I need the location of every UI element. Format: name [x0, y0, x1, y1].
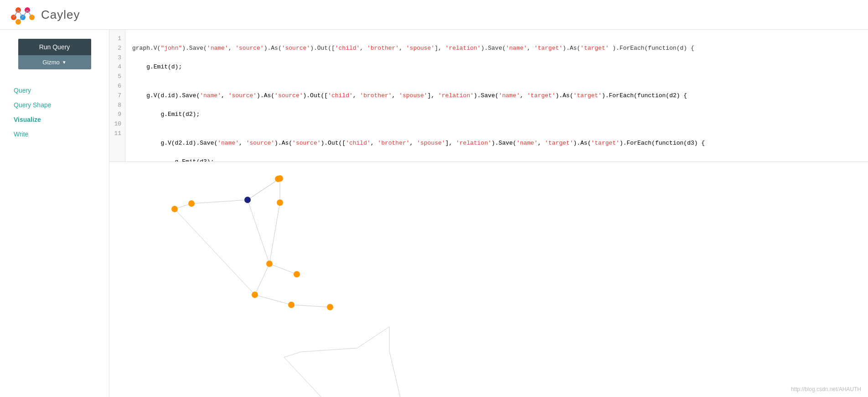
graph-visualization [109, 162, 868, 397]
logo-container: Cayley [9, 5, 80, 25]
svg-line-19 [255, 295, 291, 305]
content-area: 1 2 3 4 5 6 7 8 9 10 11 graph.V("john").… [109, 30, 868, 397]
svg-point-31 [294, 271, 300, 277]
main-layout: Run Query Gizmo ▼ Query Query Shape Visu… [0, 30, 868, 397]
code-content[interactable]: graph.V("john").Save('name', 'source').A… [125, 30, 868, 162]
svg-marker-11 [284, 327, 439, 397]
svg-point-32 [252, 292, 258, 298]
visualization-area: http://blog.csdn.net/AHAUTH [109, 162, 868, 397]
header: Cayley [0, 0, 868, 30]
sidebar-item-query[interactable]: Query [0, 83, 109, 98]
svg-line-23 [175, 209, 255, 295]
gizmo-button[interactable]: Gizmo ▼ [18, 55, 91, 69]
svg-point-34 [327, 304, 333, 310]
svg-point-30 [266, 261, 273, 267]
svg-point-28 [277, 199, 283, 206]
svg-line-14 [191, 200, 248, 204]
run-query-button[interactable]: Run Query [18, 39, 91, 55]
svg-line-22 [269, 203, 280, 264]
sidebar-buttons: Run Query Gizmo ▼ [0, 39, 109, 69]
sidebar-item-visualize[interactable]: Visualize [0, 112, 109, 127]
svg-line-20 [291, 305, 330, 307]
svg-point-29 [275, 176, 281, 182]
svg-line-17 [269, 264, 297, 274]
svg-line-16 [248, 200, 269, 264]
line-numbers: 1 2 3 4 5 6 7 8 9 10 11 [109, 30, 125, 162]
sidebar: Run Query Gizmo ▼ Query Query Shape Visu… [0, 30, 109, 397]
gizmo-label: Gizmo [42, 59, 60, 66]
sidebar-item-query-shape[interactable]: Query Shape [0, 98, 109, 112]
svg-line-21 [248, 178, 280, 200]
svg-point-27 [171, 206, 178, 212]
svg-point-26 [188, 200, 195, 207]
svg-line-18 [255, 264, 269, 295]
sidebar-nav: Query Query Shape Visualize Write [0, 78, 109, 141]
logo-icon [9, 5, 36, 25]
app-title: Cayley [41, 8, 80, 22]
svg-point-33 [288, 302, 294, 308]
svg-point-24 [244, 197, 251, 203]
watermark: http://blog.csdn.net/AHAUTH [791, 386, 861, 392]
sidebar-item-write[interactable]: Write [0, 127, 109, 141]
code-editor: 1 2 3 4 5 6 7 8 9 10 11 graph.V("john").… [109, 30, 868, 162]
chevron-down-icon: ▼ [62, 60, 67, 65]
